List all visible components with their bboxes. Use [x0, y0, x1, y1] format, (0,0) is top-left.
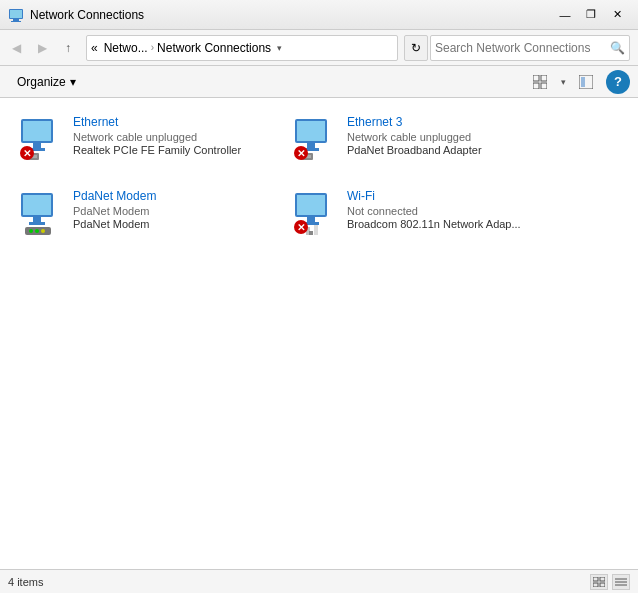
- connection-name-ethernet: Ethernet: [73, 115, 269, 129]
- toolbar-right: ▾ ?: [526, 70, 630, 94]
- svg-rect-45: [593, 583, 598, 587]
- status-bar: 4 items: [0, 569, 638, 593]
- show-hide-button[interactable]: [572, 70, 600, 94]
- connection-info-pdanet-modem: PdaNet Modem PdaNet Modem PdaNet Modem: [73, 189, 269, 230]
- svg-rect-40: [314, 225, 318, 235]
- svg-text:✕: ✕: [297, 222, 305, 233]
- connection-icon-pdanet-modem: [17, 189, 65, 237]
- status-view-icons: [590, 574, 630, 590]
- breadcrumb-sep1: ›: [151, 42, 154, 53]
- connection-info-ethernet: Ethernet Network cable unplugged Realtek…: [73, 115, 269, 156]
- svg-rect-19: [297, 121, 325, 141]
- svg-rect-3: [11, 21, 21, 22]
- nav-bar: ◀ ▶ ↑ « Netwo... › Network Connections ▾…: [0, 30, 638, 66]
- breadcrumb-current: Network Connections: [157, 41, 271, 55]
- svg-rect-29: [29, 222, 45, 225]
- connection-name-ethernet3: Ethernet 3: [347, 115, 543, 129]
- svg-point-33: [41, 229, 45, 233]
- help-button[interactable]: ?: [606, 70, 630, 94]
- minimize-button[interactable]: —: [552, 5, 578, 25]
- connection-item-ethernet3[interactable]: ✕ Ethernet 3 Network cable unplugged Pda…: [282, 106, 552, 176]
- connection-status-pdanet-modem: PdaNet Modem: [73, 205, 269, 217]
- svg-rect-44: [600, 577, 605, 581]
- back-button[interactable]: ◀: [4, 36, 28, 60]
- connection-item-wifi[interactable]: ✕ Wi-Fi Not connected Broadcom 802.11n N…: [282, 180, 552, 250]
- svg-point-31: [29, 229, 33, 233]
- connection-status-ethernet3: Network cable unplugged: [347, 131, 543, 143]
- svg-rect-11: [23, 121, 51, 141]
- svg-rect-43: [593, 577, 598, 581]
- search-bar: 🔍: [430, 35, 630, 61]
- connection-item-ethernet[interactable]: ✕ Ethernet Network cable unplugged Realt…: [8, 106, 278, 176]
- window-title: Network Connections: [30, 8, 552, 22]
- breadcrumb-dropdown-button[interactable]: ▾: [271, 38, 287, 58]
- breadcrumb-part1: Netwo...: [104, 41, 148, 55]
- connection-adapter-ethernet3: PdaNet Broadband Adapter: [347, 144, 543, 156]
- connection-status-ethernet: Network cable unplugged: [73, 131, 269, 143]
- svg-point-32: [35, 229, 39, 233]
- close-button[interactable]: ✕: [604, 5, 630, 25]
- refresh-button[interactable]: ↻: [404, 35, 428, 61]
- connection-item-pdanet-modem[interactable]: PdaNet Modem PdaNet Modem PdaNet Modem: [8, 180, 278, 250]
- organize-arrow-icon: ▾: [70, 75, 76, 89]
- title-bar: Network Connections — ❐ ✕: [0, 0, 638, 30]
- connection-status-wifi: Not connected: [347, 205, 543, 217]
- connection-icon-ethernet: ✕: [17, 115, 65, 163]
- up-button[interactable]: ↑: [56, 36, 80, 60]
- connection-adapter-pdanet-modem: PdaNet Modem: [73, 218, 269, 230]
- window-icon: [8, 7, 24, 23]
- svg-rect-2: [13, 19, 19, 21]
- view-grid-button[interactable]: [526, 70, 554, 94]
- connection-name-pdanet-modem: PdaNet Modem: [73, 189, 269, 203]
- svg-rect-46: [600, 583, 605, 587]
- breadcrumb-prefix: «: [91, 41, 98, 55]
- svg-rect-20: [307, 143, 315, 148]
- svg-rect-6: [533, 83, 539, 89]
- svg-rect-1: [10, 10, 22, 18]
- svg-rect-28: [33, 217, 41, 222]
- svg-rect-27: [23, 195, 51, 215]
- connection-adapter-ethernet: Realtek PCIe FE Family Controller: [73, 144, 269, 156]
- connection-adapter-wifi: Broadcom 802.11n Network Adap...: [347, 218, 543, 230]
- connection-name-wifi: Wi-Fi: [347, 189, 543, 203]
- window-controls: — ❐ ✕: [552, 5, 630, 25]
- svg-rect-36: [307, 217, 315, 222]
- search-input[interactable]: [435, 41, 610, 55]
- organize-button[interactable]: Organize ▾: [8, 70, 85, 94]
- item-count: 4 items: [8, 576, 43, 588]
- svg-text:✕: ✕: [297, 148, 305, 159]
- forward-button[interactable]: ▶: [30, 36, 54, 60]
- svg-rect-12: [33, 143, 41, 148]
- breadcrumb: « Netwo... › Network Connections ▾: [86, 35, 398, 61]
- connection-icon-ethernet3: ✕: [291, 115, 339, 163]
- svg-rect-5: [541, 75, 547, 81]
- toolbar: Organize ▾ ▾ ?: [0, 66, 638, 98]
- connection-icon-wifi: ✕: [291, 189, 339, 237]
- view-dropdown-button[interactable]: ▾: [556, 70, 570, 94]
- status-grid-view[interactable]: [590, 574, 608, 590]
- svg-rect-7: [541, 83, 547, 89]
- svg-rect-4: [533, 75, 539, 81]
- organize-label: Organize: [17, 75, 66, 89]
- svg-rect-9: [581, 77, 585, 87]
- connection-info-ethernet3: Ethernet 3 Network cable unplugged PdaNe…: [347, 115, 543, 156]
- search-icon: 🔍: [610, 41, 625, 55]
- status-list-view[interactable]: [612, 574, 630, 590]
- connection-info-wifi: Wi-Fi Not connected Broadcom 802.11n Net…: [347, 189, 543, 230]
- restore-button[interactable]: ❐: [578, 5, 604, 25]
- svg-rect-35: [297, 195, 325, 215]
- svg-text:✕: ✕: [23, 148, 31, 159]
- main-content: ✕ Ethernet Network cable unplugged Realt…: [0, 98, 638, 569]
